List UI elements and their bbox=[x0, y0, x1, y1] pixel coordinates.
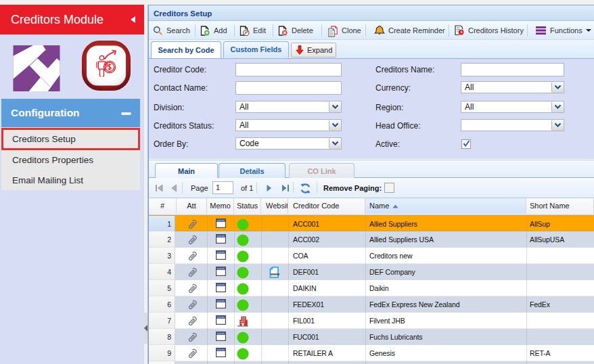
svg-text:www: www bbox=[270, 272, 279, 276]
